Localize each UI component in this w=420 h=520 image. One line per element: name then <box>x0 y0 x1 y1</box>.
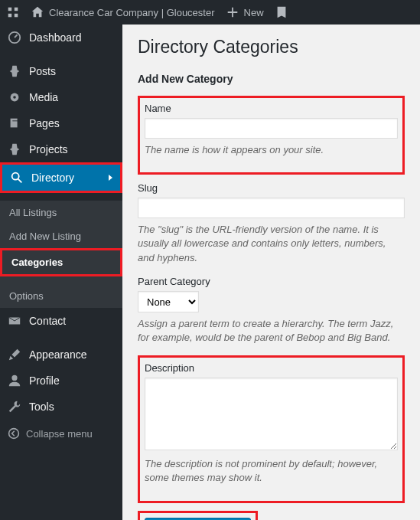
collapse-icon <box>8 427 20 440</box>
add-category-button[interactable]: Add New Category <box>145 518 251 521</box>
sidebar-label: Posts <box>29 65 56 77</box>
svg-rect-2 <box>8 14 12 18</box>
sidebar-label: Contact <box>29 315 66 327</box>
admin-bar: Clearance Car Company | Gloucester New <box>0 0 420 25</box>
svg-point-11 <box>11 375 17 381</box>
new-link[interactable]: New <box>226 5 264 19</box>
form-heading: Add New Category <box>138 73 405 85</box>
pin-icon <box>8 142 21 156</box>
collapse-label: Collapse menu <box>26 428 93 440</box>
name-description: The name is how it appears on your site. <box>145 143 398 157</box>
content-area: Directory Categories Add New Category Na… <box>122 25 420 520</box>
sidebar-label: Profile <box>29 374 60 387</box>
description-description: The description is not prominent by defa… <box>145 457 398 485</box>
search-icon <box>10 171 24 185</box>
svg-rect-0 <box>8 8 12 11</box>
chevron-right-icon <box>109 175 112 181</box>
wordpress-icon <box>6 5 20 19</box>
sidebar-label: Tools <box>29 401 54 413</box>
user-icon <box>8 374 21 388</box>
sub-item-add-listing[interactable]: Add New Listing <box>0 224 122 248</box>
yoast-link[interactable] <box>275 5 288 19</box>
sidebar-label: Appearance <box>29 348 87 361</box>
name-input[interactable] <box>145 118 398 139</box>
sidebar-label: Directory <box>31 172 74 184</box>
highlight-name: Name The name is how it appears on your … <box>138 96 405 175</box>
media-icon <box>8 90 21 104</box>
svg-rect-3 <box>15 14 18 18</box>
sub-item-all-listings[interactable]: All Listings <box>0 201 122 224</box>
svg-rect-7 <box>11 119 18 128</box>
sidebar-item-tools[interactable]: Tools <box>0 394 122 420</box>
parent-label: Parent Category <box>138 276 405 287</box>
wp-logo[interactable] <box>6 5 20 19</box>
pin-icon <box>8 64 21 78</box>
sidebar-item-posts[interactable]: Posts <box>0 58 122 84</box>
name-label: Name <box>145 103 398 114</box>
parent-select[interactable]: None <box>138 291 199 312</box>
slug-input[interactable] <box>138 198 405 218</box>
sidebar-label: Media <box>29 91 58 103</box>
wrench-icon <box>8 400 21 414</box>
sub-item-categories[interactable]: Categories <box>2 250 120 274</box>
home-icon <box>31 5 44 19</box>
sub-item-options[interactable]: Options <box>0 284 122 308</box>
svg-point-9 <box>12 173 19 180</box>
svg-rect-8 <box>12 120 19 121</box>
sidebar-item-directory[interactable]: Directory <box>2 165 120 191</box>
slug-description: The "slug" is the URL-friendly version o… <box>138 223 405 265</box>
site-link[interactable]: Clearance Car Company | Gloucester <box>31 5 215 19</box>
sidebar-label: Projects <box>29 143 68 155</box>
sidebar-item-media[interactable]: Media <box>0 84 122 110</box>
sidebar-item-profile[interactable]: Profile <box>0 368 122 394</box>
sidebar-item-projects[interactable]: Projects <box>0 136 122 162</box>
pages-icon <box>8 116 21 130</box>
sidebar-label: Dashboard <box>29 31 82 44</box>
dashboard-icon <box>8 31 21 44</box>
collapse-menu[interactable]: Collapse menu <box>0 420 122 447</box>
sidebar-item-dashboard[interactable]: Dashboard <box>0 25 122 51</box>
description-textarea[interactable] <box>145 378 398 450</box>
description-label: Description <box>145 362 398 374</box>
yoast-icon <box>275 5 288 19</box>
page-title: Directory Categories <box>138 37 405 57</box>
admin-sidebar: Dashboard Posts Media Pages Projects Dir… <box>0 25 122 520</box>
parent-description: Assign a parent term to create a hierarc… <box>138 317 405 345</box>
brush-icon <box>8 348 21 361</box>
directory-submenu: All Listings Add New Listing Categories … <box>0 201 122 308</box>
plus-icon <box>226 5 239 19</box>
highlight-description: Description The description is not promi… <box>138 355 405 502</box>
slug-label: Slug <box>138 182 405 194</box>
svg-rect-1 <box>15 8 18 11</box>
svg-point-6 <box>13 96 16 99</box>
highlight-submit: Add New Category <box>138 511 258 521</box>
sidebar-item-pages[interactable]: Pages <box>0 110 122 136</box>
new-label: New <box>244 7 264 18</box>
sidebar-label: Pages <box>29 117 60 129</box>
sidebar-item-contact[interactable]: Contact <box>0 308 122 334</box>
mail-icon <box>8 314 21 328</box>
site-name: Clearance Car Company | Gloucester <box>49 7 215 18</box>
sidebar-item-appearance[interactable]: Appearance <box>0 342 122 368</box>
svg-point-12 <box>9 429 19 439</box>
